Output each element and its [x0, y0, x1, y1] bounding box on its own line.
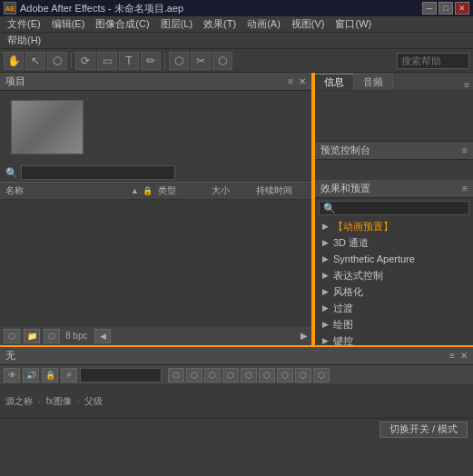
toolbar-separator-2	[164, 53, 165, 69]
effects-list[interactable]: ▶ 【动画预置】 ▶ 3D 通道 ▶ Synthetic Aperture ▶ …	[315, 218, 473, 345]
effects-panel: 效果和预置 ≡ ▶ 【动画预置】 ▶ 3D 通道 ▶ Synthetic Ape…	[315, 180, 473, 345]
project-list-header: 名称 ▲ 🔒 类型 大小 持续时间	[0, 182, 311, 200]
project-title: 项目	[5, 74, 25, 88]
effect-item-stylize[interactable]: ▶ 风格化	[315, 283, 473, 300]
tl-audio-btn[interactable]: 🔊	[23, 368, 39, 382]
tool-select[interactable]: ↖	[25, 52, 45, 70]
project-content[interactable]	[0, 200, 311, 325]
effects-search-area	[315, 198, 473, 218]
new-composition-btn[interactable]: ⬡	[4, 329, 20, 343]
timeline-menu-icon[interactable]: ≡	[449, 351, 455, 361]
tl-icon-1[interactable]: ⬡	[168, 368, 184, 382]
tool-rotate[interactable]: ⟳	[75, 52, 95, 70]
tl-lock-btn[interactable]: 🔒	[42, 368, 58, 382]
tl-eye-btn[interactable]: 👁	[4, 368, 20, 382]
color-depth-btn[interactable]: ◀	[94, 329, 111, 343]
project-search-input[interactable]	[21, 165, 175, 180]
effect-item-3d-channel[interactable]: ▶ 3D 通道	[315, 234, 473, 251]
main-area: 项目 ≡ ✕ 🔍 名称 ▲ 🔒 类型 大小 持续时间 ⬡ 📁 ⬡ 8	[0, 73, 473, 345]
project-info	[94, 94, 306, 160]
close-button[interactable]: ✕	[455, 2, 469, 15]
info-panel-menu[interactable]: ≡	[464, 80, 469, 90]
effects-title: 效果和预置	[320, 182, 370, 195]
footer-right-arrow[interactable]: ▶	[301, 331, 308, 341]
menu-layer[interactable]: 图层(L)	[155, 16, 198, 32]
expand-icon-4: ▶	[322, 287, 330, 296]
menu-help[interactable]: 帮助(H)	[2, 33, 46, 48]
tl-icon-2[interactable]: ⬡	[186, 368, 202, 382]
tool-hand[interactable]: ✋	[4, 52, 24, 70]
menu-edit[interactable]: 编辑(E)	[46, 16, 91, 32]
effect-label-7: 键控	[333, 334, 353, 346]
tool-move[interactable]: ⬡	[47, 52, 67, 70]
effect-label-2: Synthetic Aperture	[333, 253, 415, 264]
menu-file[interactable]: 文件(E)	[2, 16, 46, 32]
tool-text[interactable]: T	[119, 52, 139, 70]
project-search-row: 🔍	[5, 165, 306, 180]
effects-menu-icon[interactable]: ≡	[462, 183, 468, 193]
info-panel-content	[315, 91, 473, 141]
menu-window[interactable]: 窗口(W)	[330, 16, 377, 32]
sort-icon: ▲	[131, 186, 139, 195]
project-preview-thumbnail	[11, 100, 84, 154]
maximize-button[interactable]: □	[439, 2, 453, 15]
effect-item-transition[interactable]: ▶ 过渡	[315, 300, 473, 316]
tl-icon-3[interactable]: ⬡	[204, 368, 221, 382]
tool-rect[interactable]: ▭	[97, 52, 117, 70]
menu-view[interactable]: 视图(V)	[286, 16, 330, 32]
effect-item-expression[interactable]: ▶ 表达式控制	[315, 267, 473, 283]
source-label: 源之称	[5, 395, 33, 408]
info-tab-bar: 信息 音频 ≡	[315, 73, 473, 91]
tool-pen[interactable]: ✏	[141, 52, 161, 70]
project-footer: ⬡ 📁 ⬡ 8 bpc ◀ ▶	[0, 325, 311, 345]
effects-search-input[interactable]	[319, 201, 469, 215]
timeline-row-header: 源之称 · fx图像 · 父级	[5, 395, 103, 408]
project-menu-icon[interactable]: ≡	[288, 76, 293, 86]
project-preview-area	[0, 91, 311, 164]
preview-panel-header: 预览控制台 ≡	[315, 142, 473, 160]
tl-hash-btn[interactable]: #	[61, 368, 77, 382]
tool-eraser[interactable]: ✂	[191, 52, 211, 70]
menu-bar: 文件(E) 编辑(E) 图像合成(C) 图层(L) 效果(T) 动画(A) 视图…	[0, 16, 473, 33]
tl-icon-6[interactable]: ⬡	[259, 368, 275, 382]
effect-label-6: 绘图	[333, 318, 353, 332]
minimize-button[interactable]: ─	[422, 2, 437, 15]
toolbar-separator-1	[71, 53, 72, 69]
expand-icon-6: ▶	[322, 320, 330, 329]
timeline-search-input[interactable]	[80, 368, 162, 382]
effect-item-synthetic-aperture[interactable]: ▶ Synthetic Aperture	[315, 251, 473, 267]
project-close-icon[interactable]: ✕	[299, 76, 306, 86]
preview-controls	[315, 160, 473, 180]
timeline-icons-group: ⬡ ⬡ ⬡ ⬡ ⬡ ⬡ ⬡ ⬡ ⬡	[168, 368, 330, 382]
toolbar-search-input[interactable]	[397, 53, 469, 69]
effect-item-animation-presets[interactable]: ▶ 【动画预置】	[315, 218, 473, 234]
preview-menu-icon[interactable]: ≡	[462, 145, 468, 155]
effect-item-keying[interactable]: ▶ 键控	[315, 332, 473, 345]
parent-label: 父级	[84, 395, 103, 408]
tl-icon-5[interactable]: ⬡	[241, 368, 257, 382]
tl-icon-8[interactable]: ⬡	[295, 368, 311, 382]
col-header-type: 类型	[158, 184, 208, 197]
effect-item-paint[interactable]: ▶ 绘图	[315, 316, 473, 332]
tl-icon-4[interactable]: ⬡	[222, 368, 239, 382]
effect-label-5: 过渡	[333, 302, 353, 315]
timeline-close-icon[interactable]: ✕	[460, 351, 468, 361]
effect-label-3: 表达式控制	[333, 269, 383, 283]
menu-effect[interactable]: 效果(T)	[198, 16, 241, 32]
tl-icon-7[interactable]: ⬡	[277, 368, 293, 382]
tab-info[interactable]: 信息	[315, 74, 354, 90]
app-icon: AE	[4, 2, 16, 15]
tab-audio[interactable]: 音频	[354, 74, 393, 90]
tool-clone[interactable]: ⬡	[169, 52, 189, 70]
tl-icon-9[interactable]: ⬡	[313, 368, 330, 382]
preview-title: 预览控制台	[320, 144, 370, 157]
timeline-content: 源之称 · fx图像 · 父级	[0, 385, 473, 418]
new-folder-btn[interactable]: 📁	[24, 329, 40, 343]
menu-composition[interactable]: 图像合成(C)	[90, 16, 154, 32]
footage-btn[interactable]: ⬡	[44, 329, 60, 343]
expand-icon-1: ▶	[322, 238, 330, 247]
tool-puppet[interactable]: ⬡	[212, 52, 232, 70]
status-bar: 切换开关 / 模式	[0, 418, 473, 440]
menu-animation[interactable]: 动画(A)	[241, 16, 286, 32]
toggle-switch-btn[interactable]: 切换开关 / 模式	[379, 421, 468, 438]
